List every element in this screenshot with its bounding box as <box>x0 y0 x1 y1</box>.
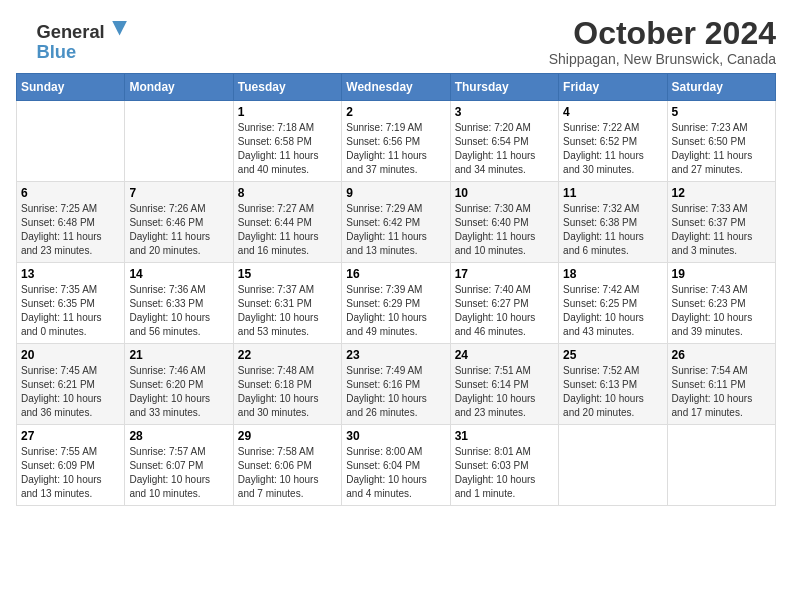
logo: GeneralBlue <box>16 16 96 60</box>
cell-content: Sunrise: 7:57 AMSunset: 6:07 PMDaylight:… <box>129 445 228 501</box>
cell-content: Sunrise: 7:18 AMSunset: 6:58 PMDaylight:… <box>238 121 337 177</box>
cell-content: Sunrise: 8:00 AMSunset: 6:04 PMDaylight:… <box>346 445 445 501</box>
calendar-cell <box>559 425 667 506</box>
day-number: 25 <box>563 348 662 362</box>
cell-content: Sunrise: 7:48 AMSunset: 6:18 PMDaylight:… <box>238 364 337 420</box>
day-number: 18 <box>563 267 662 281</box>
cell-content: Sunrise: 7:52 AMSunset: 6:13 PMDaylight:… <box>563 364 662 420</box>
calendar-cell: 15Sunrise: 7:37 AMSunset: 6:31 PMDayligh… <box>233 263 341 344</box>
cell-content: Sunrise: 7:23 AMSunset: 6:50 PMDaylight:… <box>672 121 771 177</box>
day-number: 22 <box>238 348 337 362</box>
day-header: Friday <box>559 74 667 101</box>
cell-content: Sunrise: 7:49 AMSunset: 6:16 PMDaylight:… <box>346 364 445 420</box>
cell-content: Sunrise: 7:22 AMSunset: 6:52 PMDaylight:… <box>563 121 662 177</box>
calendar-cell: 23Sunrise: 7:49 AMSunset: 6:16 PMDayligh… <box>342 344 450 425</box>
day-header: Saturday <box>667 74 775 101</box>
calendar-week-row: 20Sunrise: 7:45 AMSunset: 6:21 PMDayligh… <box>17 344 776 425</box>
cell-content: Sunrise: 7:58 AMSunset: 6:06 PMDaylight:… <box>238 445 337 501</box>
calendar-cell: 3Sunrise: 7:20 AMSunset: 6:54 PMDaylight… <box>450 101 558 182</box>
day-number: 6 <box>21 186 120 200</box>
day-header: Wednesday <box>342 74 450 101</box>
calendar-cell: 24Sunrise: 7:51 AMSunset: 6:14 PMDayligh… <box>450 344 558 425</box>
calendar-cell <box>667 425 775 506</box>
day-number: 11 <box>563 186 662 200</box>
day-header: Tuesday <box>233 74 341 101</box>
day-number: 5 <box>672 105 771 119</box>
calendar-cell: 8Sunrise: 7:27 AMSunset: 6:44 PMDaylight… <box>233 182 341 263</box>
logo-icon: GeneralBlue <box>16 16 96 60</box>
cell-content: Sunrise: 7:54 AMSunset: 6:11 PMDaylight:… <box>672 364 771 420</box>
day-number: 24 <box>455 348 554 362</box>
day-number: 7 <box>129 186 228 200</box>
day-header: Monday <box>125 74 233 101</box>
day-number: 27 <box>21 429 120 443</box>
calendar-week-row: 1Sunrise: 7:18 AMSunset: 6:58 PMDaylight… <box>17 101 776 182</box>
calendar-cell: 30Sunrise: 8:00 AMSunset: 6:04 PMDayligh… <box>342 425 450 506</box>
cell-content: Sunrise: 7:42 AMSunset: 6:25 PMDaylight:… <box>563 283 662 339</box>
calendar-cell: 28Sunrise: 7:57 AMSunset: 6:07 PMDayligh… <box>125 425 233 506</box>
day-number: 23 <box>346 348 445 362</box>
calendar-cell: 25Sunrise: 7:52 AMSunset: 6:13 PMDayligh… <box>559 344 667 425</box>
calendar-cell: 12Sunrise: 7:33 AMSunset: 6:37 PMDayligh… <box>667 182 775 263</box>
cell-content: Sunrise: 7:32 AMSunset: 6:38 PMDaylight:… <box>563 202 662 258</box>
day-number: 15 <box>238 267 337 281</box>
calendar-cell: 10Sunrise: 7:30 AMSunset: 6:40 PMDayligh… <box>450 182 558 263</box>
calendar-cell: 2Sunrise: 7:19 AMSunset: 6:56 PMDaylight… <box>342 101 450 182</box>
svg-marker-2 <box>112 21 127 36</box>
title-block: October 2024 Shippagan, New Brunswick, C… <box>549 16 776 67</box>
cell-content: Sunrise: 7:37 AMSunset: 6:31 PMDaylight:… <box>238 283 337 339</box>
cell-content: Sunrise: 7:19 AMSunset: 6:56 PMDaylight:… <box>346 121 445 177</box>
calendar-header-row: SundayMondayTuesdayWednesdayThursdayFrid… <box>17 74 776 101</box>
day-number: 21 <box>129 348 228 362</box>
calendar-cell: 7Sunrise: 7:26 AMSunset: 6:46 PMDaylight… <box>125 182 233 263</box>
calendar-cell: 4Sunrise: 7:22 AMSunset: 6:52 PMDaylight… <box>559 101 667 182</box>
cell-content: Sunrise: 7:26 AMSunset: 6:46 PMDaylight:… <box>129 202 228 258</box>
day-number: 17 <box>455 267 554 281</box>
cell-content: Sunrise: 7:39 AMSunset: 6:29 PMDaylight:… <box>346 283 445 339</box>
calendar-cell: 17Sunrise: 7:40 AMSunset: 6:27 PMDayligh… <box>450 263 558 344</box>
day-number: 29 <box>238 429 337 443</box>
day-number: 13 <box>21 267 120 281</box>
cell-content: Sunrise: 7:29 AMSunset: 6:42 PMDaylight:… <box>346 202 445 258</box>
day-number: 20 <box>21 348 120 362</box>
calendar-cell: 1Sunrise: 7:18 AMSunset: 6:58 PMDaylight… <box>233 101 341 182</box>
calendar-cell: 20Sunrise: 7:45 AMSunset: 6:21 PMDayligh… <box>17 344 125 425</box>
day-number: 28 <box>129 429 228 443</box>
calendar-cell <box>17 101 125 182</box>
calendar-cell: 9Sunrise: 7:29 AMSunset: 6:42 PMDaylight… <box>342 182 450 263</box>
cell-content: Sunrise: 7:30 AMSunset: 6:40 PMDaylight:… <box>455 202 554 258</box>
cell-content: Sunrise: 7:35 AMSunset: 6:35 PMDaylight:… <box>21 283 120 339</box>
calendar-week-row: 6Sunrise: 7:25 AMSunset: 6:48 PMDaylight… <box>17 182 776 263</box>
calendar-cell <box>125 101 233 182</box>
calendar-cell: 5Sunrise: 7:23 AMSunset: 6:50 PMDaylight… <box>667 101 775 182</box>
day-header: Sunday <box>17 74 125 101</box>
cell-content: Sunrise: 7:45 AMSunset: 6:21 PMDaylight:… <box>21 364 120 420</box>
day-header: Thursday <box>450 74 558 101</box>
calendar-cell: 6Sunrise: 7:25 AMSunset: 6:48 PMDaylight… <box>17 182 125 263</box>
cell-content: Sunrise: 7:25 AMSunset: 6:48 PMDaylight:… <box>21 202 120 258</box>
day-number: 4 <box>563 105 662 119</box>
calendar-cell: 27Sunrise: 7:55 AMSunset: 6:09 PMDayligh… <box>17 425 125 506</box>
cell-content: Sunrise: 7:51 AMSunset: 6:14 PMDaylight:… <box>455 364 554 420</box>
cell-content: Sunrise: 7:20 AMSunset: 6:54 PMDaylight:… <box>455 121 554 177</box>
calendar-week-row: 27Sunrise: 7:55 AMSunset: 6:09 PMDayligh… <box>17 425 776 506</box>
page-subtitle: Shippagan, New Brunswick, Canada <box>549 51 776 67</box>
day-number: 9 <box>346 186 445 200</box>
calendar-cell: 14Sunrise: 7:36 AMSunset: 6:33 PMDayligh… <box>125 263 233 344</box>
day-number: 26 <box>672 348 771 362</box>
day-number: 12 <box>672 186 771 200</box>
cell-content: Sunrise: 7:27 AMSunset: 6:44 PMDaylight:… <box>238 202 337 258</box>
calendar-cell: 29Sunrise: 7:58 AMSunset: 6:06 PMDayligh… <box>233 425 341 506</box>
day-number: 16 <box>346 267 445 281</box>
page-header: GeneralBlue October 2024 Shippagan, New … <box>16 16 776 67</box>
cell-content: Sunrise: 7:40 AMSunset: 6:27 PMDaylight:… <box>455 283 554 339</box>
svg-text:General: General <box>36 21 104 42</box>
calendar-cell: 21Sunrise: 7:46 AMSunset: 6:20 PMDayligh… <box>125 344 233 425</box>
calendar-cell: 22Sunrise: 7:48 AMSunset: 6:18 PMDayligh… <box>233 344 341 425</box>
day-number: 31 <box>455 429 554 443</box>
cell-content: Sunrise: 7:46 AMSunset: 6:20 PMDaylight:… <box>129 364 228 420</box>
calendar-cell: 26Sunrise: 7:54 AMSunset: 6:11 PMDayligh… <box>667 344 775 425</box>
day-number: 1 <box>238 105 337 119</box>
calendar-cell: 19Sunrise: 7:43 AMSunset: 6:23 PMDayligh… <box>667 263 775 344</box>
calendar-cell: 16Sunrise: 7:39 AMSunset: 6:29 PMDayligh… <box>342 263 450 344</box>
